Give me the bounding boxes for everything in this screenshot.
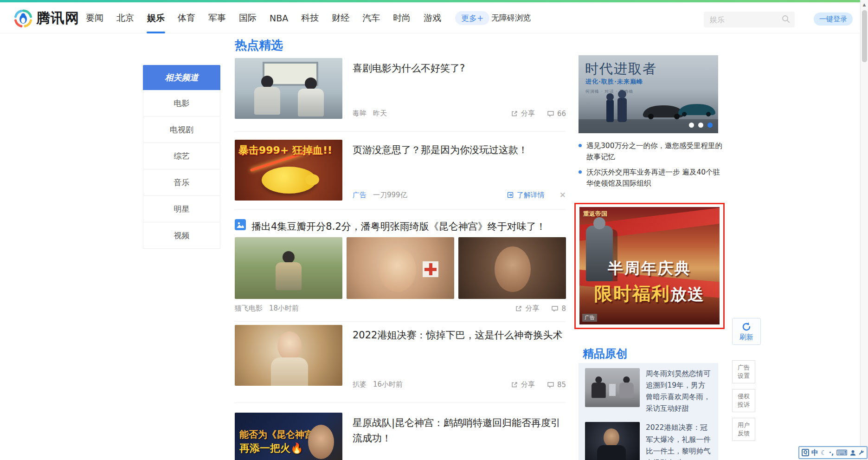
share-button[interactable]: 分享	[511, 109, 535, 118]
comment-icon	[551, 305, 559, 312]
share-button[interactable]: 分享	[511, 380, 535, 389]
refresh-icon	[741, 322, 752, 332]
carousel-dot-2[interactable]	[698, 123, 703, 128]
scrollbar-thumb[interactable]	[862, 10, 867, 62]
sidebar-item-star[interactable]: 明星	[143, 196, 220, 222]
scrollbar[interactable]: ▲ ▼	[860, 0, 868, 460]
learn-more-button[interactable]: 了解详情	[507, 191, 545, 200]
article-thumbnail[interactable]	[235, 58, 342, 119]
article-title[interactable]: 2022港姐决赛：惊掉下巴，这是什么神奇换头术	[353, 328, 566, 343]
article-thumbnail[interactable]	[347, 237, 454, 299]
bullet-link[interactable]: 遇见300万分之一的你，邀您感受里程里的故事记忆	[579, 140, 725, 162]
close-ad-icon[interactable]: ✕	[559, 190, 566, 200]
featured-item[interactable]: 2022港姐决赛：冠军大爆冷，礼服一件比一件土，黎明帅气出场引尖叫	[585, 422, 712, 460]
game-brand: 重返帝国	[583, 210, 607, 218]
sidebar-item-music[interactable]: 音乐	[143, 169, 220, 196]
nav-item-ent-active[interactable]: 娱乐	[147, 2, 165, 33]
featured-item[interactable]: 周冬雨刘昊然恋情可追溯到19年，男方曾暗示喜欢周冬雨，采访互动好甜	[585, 368, 712, 415]
channel-sidebar: 相关频道 电影 电视剧 综艺 音乐 明星 视频	[143, 65, 220, 249]
advertiser-name: 一刀999亿	[373, 191, 407, 200]
nav-item-beijing[interactable]: 北京	[116, 2, 134, 33]
ad-thumb-text: 暴击999+ 狂掉血!!	[238, 143, 332, 157]
section-title-featured: 精品原创	[583, 346, 627, 361]
nav-item-fashion[interactable]: 时尚	[393, 2, 411, 33]
article-body: 2022港姐决赛：惊掉下巴，这是什么神奇换头术 扒婆 16小时前 分享	[353, 325, 566, 390]
scroll-up-arrow[interactable]: ▲	[862, 2, 867, 7]
ime-punctuation-icon[interactable]: ·,	[829, 449, 834, 456]
share-button[interactable]: 分享	[515, 304, 539, 313]
ime-toolbar: Q 中 ☾ ·, ⌨	[798, 446, 868, 459]
article-thumbnail[interactable]: 能否为《昆仑神宫》 再添一把火🔥	[235, 413, 342, 460]
ime-account-icon[interactable]	[850, 450, 856, 456]
article-time: 18小时前	[269, 304, 299, 313]
navbar: 腾讯网 要闻 北京 娱乐 体育 军事 国际 NBA 科技 财经 汽车 时尚 游戏…	[0, 2, 868, 33]
refresh-button[interactable]: 刷新	[732, 318, 761, 345]
user-feedback-button[interactable]: 用户反馈	[732, 418, 755, 441]
nav-item-military[interactable]: 军事	[208, 2, 226, 33]
game-ad-image[interactable]: 重返帝国 半周年庆典 限时福利放送 广告	[579, 207, 720, 324]
ime-keyboard-icon[interactable]: ⌨	[836, 449, 848, 457]
ime-halfmoon-icon[interactable]: ☾	[821, 449, 827, 456]
sidebar-item-movie[interactable]: 电影	[143, 90, 220, 117]
article-body: 星原战队|昆仑神宫：鹧鸪哨特邀回归能否再度引流成功！	[353, 413, 566, 460]
ime-mode-chinese[interactable]: 中	[811, 449, 818, 456]
comments-button[interactable]: 66	[547, 110, 566, 118]
article-body: 喜剧电影为什么不好笑了? 毒眸 昨天 分享 66	[353, 58, 566, 119]
game-ad-line1: 半周年庆典	[579, 258, 720, 279]
ad-title[interactable]: 页游没意思了？那是因为你没玩过这款！	[353, 143, 566, 158]
nav-more-button[interactable]: 更多+	[455, 11, 489, 25]
ime-tools-icon[interactable]	[858, 450, 864, 456]
news-item-3-thumbs	[235, 237, 566, 299]
game-ad-highlighted[interactable]: 重返帝国 半周年庆典 限时福利放送 广告	[574, 203, 725, 329]
nav-item-auto[interactable]: 汽车	[362, 2, 380, 33]
main-nav: 要闻 北京 娱乐 体育 军事 国际 NBA 科技 财经 汽车 时尚 游戏	[86, 2, 441, 33]
article-meta: 扒婆 16小时前 分享 85	[353, 380, 566, 389]
article-meta: 毒眸 昨天 分享 66	[353, 109, 566, 118]
comment-icon	[547, 381, 554, 389]
carousel-ad[interactable]: 时代进取者 进化·取胜·未来巅峰 何润锋 · 对话 · 贾鸣镝	[579, 55, 718, 133]
sidebar-item-tv[interactable]: 电视剧	[143, 117, 220, 143]
nav-item-yaowen[interactable]: 要闻	[86, 2, 103, 33]
section-title-hot: 热点精选	[235, 37, 283, 53]
nav-item-tech[interactable]: 科技	[301, 2, 319, 33]
news-item-4: 2022港姐决赛：惊掉下巴，这是什么神奇换头术 扒婆 16小时前 分享	[235, 325, 566, 390]
ad-settings-button[interactable]: 广告设置	[732, 360, 755, 383]
article-title[interactable]: 喜剧电影为什么不好笑了?	[353, 61, 566, 76]
site-logo[interactable]: 腾讯网	[14, 9, 79, 28]
nav-item-finance[interactable]: 财经	[332, 2, 349, 33]
article-source: 毒眸	[353, 109, 366, 118]
featured-item-text: 周冬雨刘昊然恋情可追溯到19年，男方曾暗示喜欢周冬雨，采访互动好甜	[646, 368, 712, 415]
article-time: 昨天	[373, 109, 387, 118]
thumb-overlay-text: 再添一把火🔥	[239, 441, 303, 455]
ad-thumbnail[interactable]: 暴击999+ 狂掉血!!	[235, 140, 342, 201]
nav-item-nba[interactable]: NBA	[270, 2, 288, 33]
nav-item-games[interactable]: 游戏	[424, 2, 441, 33]
search-icon[interactable]	[782, 15, 790, 23]
article-thumbnail[interactable]	[235, 237, 342, 299]
ad-chip-label: 广告	[582, 314, 597, 322]
article-thumbnail[interactable]	[458, 237, 566, 299]
ad-body: 页游没意思了？那是因为你没玩过这款！ 广告 一刀999亿 了解详情 ✕	[353, 140, 566, 201]
infringement-report-button[interactable]: 侵权投诉	[732, 389, 755, 412]
sidebar-item-video[interactable]: 视频	[143, 222, 220, 249]
nav-item-world[interactable]: 国际	[239, 2, 257, 33]
divider	[235, 209, 566, 210]
comments-button[interactable]: 8	[551, 305, 566, 313]
carousel-dot-3-active[interactable]	[707, 123, 713, 128]
ad-bullet-list: 遇见300万分之一的你，邀您感受里程里的故事记忆 沃尔沃外交用车业务再进一步 遍…	[579, 140, 725, 193]
comments-button[interactable]: 85	[547, 381, 566, 389]
search-input[interactable]	[710, 15, 779, 24]
share-icon	[515, 305, 522, 312]
carousel-dot-1[interactable]	[689, 123, 694, 128]
accessibility-link[interactable]: 无障碍浏览	[491, 2, 531, 33]
article-thumbnail[interactable]	[235, 325, 342, 386]
one-click-login-button[interactable]: 一键登录	[814, 13, 853, 26]
sidebar-item-variety[interactable]: 综艺	[143, 143, 220, 169]
gallery-icon	[235, 219, 246, 230]
search-box	[704, 12, 795, 27]
article-title[interactable]: 播出4集豆瓣开分8.2分，潘粤明张雨绮版《昆仑神宫》终于对味了！	[251, 219, 546, 234]
nav-item-sports[interactable]: 体育	[178, 2, 195, 33]
ime-logo-icon[interactable]: Q	[802, 449, 809, 456]
bullet-link[interactable]: 沃尔沃外交用车业务再进一步 遍及40个驻华使领馆及国际组织	[579, 167, 725, 189]
article-title[interactable]: 星原战队|昆仑神宫：鹧鸪哨特邀回归能否再度引流成功！	[353, 415, 566, 446]
